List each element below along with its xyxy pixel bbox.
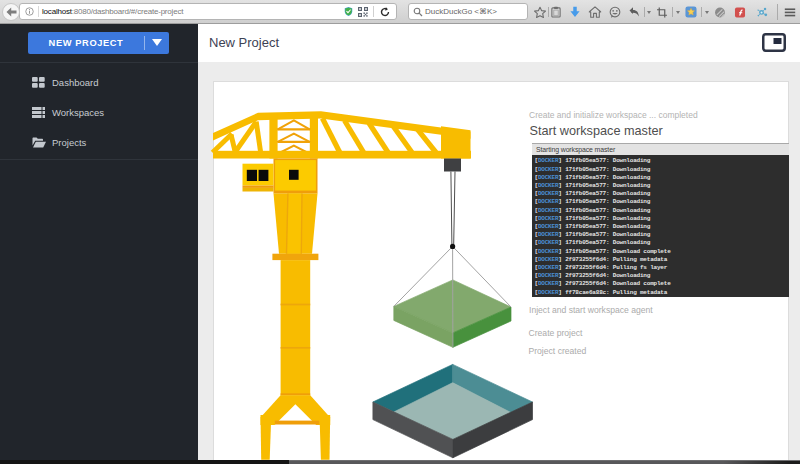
sidebar-item-label: Workspaces [52,107,104,118]
app-window: NEW PROJECT Dashboard Workspaces [0,24,800,460]
step-create-project: Create project [529,328,583,338]
back-button[interactable] [2,3,20,21]
bottom-bar-gray [289,460,800,464]
sidebar-divider [0,62,198,63]
terminal-line: [DOCKER] 171fb05ea577: Downloading [535,182,790,190]
browser-toolbar: localhost:8080/dashboard/#/create-projec… [0,0,800,24]
crop-menu-caret[interactable] [676,0,680,24]
page-title: New Project [209,35,279,50]
screen: localhost:8080/dashboard/#/create-projec… [0,0,800,464]
crop-tool-icon[interactable] [657,0,668,24]
undo-icon[interactable] [628,0,641,24]
terminal-line: [DOCKER] 171fb05ea577: Downloading [535,190,790,198]
sidebar-item-projects[interactable]: Projects [0,133,198,153]
toolbar-icons [0,0,800,24]
terminal-line: [DOCKER] 2f973255f6d4: Downloading [535,272,790,280]
terminal-line: [DOCKER] 171fb05ea577: Downloading [535,231,790,239]
grid-icon [31,77,46,88]
back-arrow-icon [6,7,17,17]
bottom-bar [0,460,800,464]
sidebar-item-dashboard[interactable]: Dashboard [0,73,198,93]
terminal-panel: Starting workspace master [DOCKER] 171fb… [532,143,789,297]
terminal-line: [DOCKER] 171fb05ea577: Download complete [535,248,790,256]
terminal-line: [DOCKER] 2f973255f6d4: Pulling metadata [535,256,790,264]
download-icon[interactable] [570,0,581,24]
terminal-line: [DOCKER] ff78cae6a88c: Pulling metadata [535,289,790,297]
stack-icon [31,107,46,118]
create-project-card: Create and initialize workspace ... comp… [213,81,789,460]
sidebar-item-label: Dashboard [52,77,98,88]
step-inject-agent: Inject and start workspace agent [529,305,653,315]
flash-icon[interactable] [735,0,746,24]
sidebar-item-label: Projects [52,137,86,148]
menu-icon[interactable] [785,0,796,24]
feedback-smiley-icon[interactable] [609,0,622,24]
terminal-line: [DOCKER] 171fb05ea577: Downloading [535,174,790,182]
terminal-line: [DOCKER] 171fb05ea577: Downloading [535,157,790,165]
bluehell-icon[interactable] [756,0,768,24]
terminal-line: [DOCKER] 171fb05ea577: Downloading [535,166,790,174]
ghostery-icon[interactable] [715,0,726,24]
caret-down-icon [152,39,162,46]
terminal-line: [DOCKER] 171fb05ea577: Downloading [535,207,790,215]
terminal-line: [DOCKER] 171fb05ea577: Downloading [535,215,790,223]
terminal-line: [DOCKER] 2f973255f6d4: Download complete [535,280,790,288]
new-project-label: NEW PROJECT [28,38,144,48]
step-create-workspace: Create and initialize workspace ... comp… [529,110,698,120]
bookmarks-menu-caret[interactable] [705,0,709,24]
terminal-line: [DOCKER] 171fb05ea577: Downloading [535,239,790,247]
terminal-line: [DOCKER] 171fb05ea577: Downloading [535,198,790,206]
sidebar-item-workspaces[interactable]: Workspaces [0,103,198,123]
terminal-body[interactable]: [DOCKER] 171fb05ea577: Downloading[DOCKE… [532,155,789,297]
folder-open-icon [31,137,46,148]
page-header: New Project [198,24,800,62]
toggle-loader-icon[interactable] [762,33,786,52]
new-project-button[interactable]: NEW PROJECT [28,32,169,55]
sidebar-divider-bottom [0,159,198,160]
bookmarks-panel-icon[interactable] [685,0,697,24]
terminal-title: Starting workspace master [536,146,615,153]
undo-menu-caret[interactable] [647,0,651,24]
sidebar: NEW PROJECT Dashboard Workspaces [0,24,198,460]
clipboard-icon[interactable] [551,0,562,24]
terminal-header: Starting workspace master [532,143,789,155]
new-project-menu-caret[interactable] [145,39,169,46]
home-icon[interactable] [589,0,602,24]
bookmark-star-icon[interactable] [533,0,546,24]
terminal-line: [DOCKER] 171fb05ea577: Downloading [535,223,790,231]
step-start-master-title: Start workspace master [530,124,663,138]
terminal-line: [DOCKER] 2f973255f6d4: Pulling fs layer [535,264,790,272]
step-project-created: Project created [529,346,587,356]
